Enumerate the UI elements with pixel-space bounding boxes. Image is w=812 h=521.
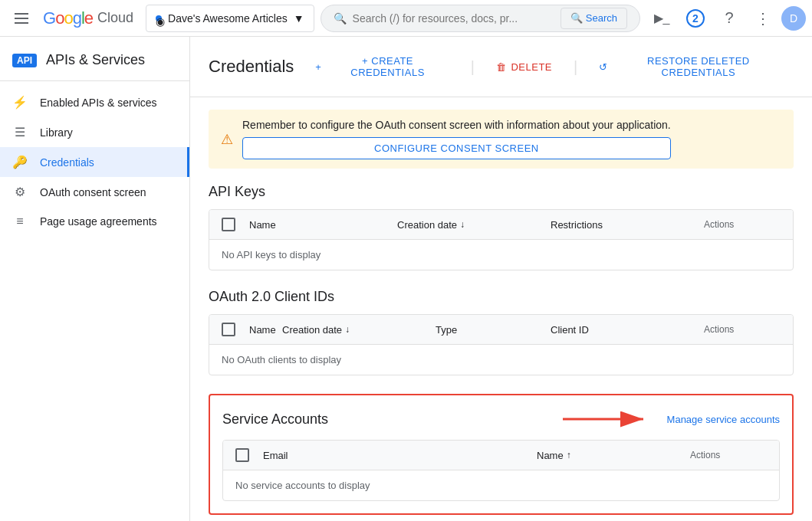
search-icon: 🔍 <box>334 12 347 25</box>
sidebar-item-label: Page usage agreements <box>40 215 157 228</box>
alert-inner: Remember to configure the OAuth consent … <box>242 119 671 159</box>
alert-text: Remember to configure the OAuth consent … <box>242 119 671 131</box>
oauth-sort-icon: ↓ <box>345 324 350 335</box>
google-cloud-logo[interactable]: Google Cloud <box>43 8 133 28</box>
create-credentials-label: + CREATE CREDENTIALS <box>326 55 449 78</box>
main-content: Credentials + + CREATE CREDENTIALS | 🗑 D… <box>190 37 812 521</box>
delete-button[interactable]: 🗑 DELETE <box>487 55 561 79</box>
service-actions-label: Actions <box>690 450 720 460</box>
page-title: Credentials <box>209 57 294 77</box>
oauth-date-header[interactable]: Creation date ↓ <box>282 323 436 336</box>
api-keys-name-header[interactable]: Name <box>249 218 397 231</box>
service-name-label: Name <box>537 450 564 461</box>
search-button-label: Search <box>586 12 617 24</box>
sidebar-title: APIs & Services <box>46 52 145 68</box>
email-label: Email <box>263 450 288 461</box>
manage-service-accounts-link[interactable]: Manage service accounts <box>667 414 780 425</box>
api-keys-actions-header: Actions <box>704 218 781 231</box>
oauth-date-label: Creation date <box>282 324 342 336</box>
help-icon: ? <box>725 9 733 27</box>
more-options-icon: ⋮ <box>755 9 771 28</box>
service-accounts-table-header: Email Name ↑ Actions <box>223 441 779 470</box>
sidebar-item-label: OAuth consent screen <box>40 186 146 198</box>
terminal-icon: ▶_ <box>654 11 670 25</box>
alert-banner: ⚠ Remember to configure the OAuth consen… <box>209 110 794 169</box>
type-label: Type <box>436 324 457 336</box>
date-label: Creation date <box>397 219 457 231</box>
search-button[interactable]: 🔍 Search <box>561 8 627 29</box>
oauth-icon: ⚙ <box>12 185 28 199</box>
delete-label: DELETE <box>511 61 552 73</box>
restore-label: RESTORE DELETED CREDENTIALS <box>613 55 784 78</box>
terminal-button[interactable]: ▶_ <box>646 3 677 34</box>
oauth-section-title: OAuth 2.0 Client IDs <box>209 289 794 305</box>
sidebar-item-enabled[interactable]: ⚡ Enabled APIs & services <box>0 87 189 117</box>
oauth-table: Name Creation date ↓ Type Client ID Acti… <box>209 314 794 375</box>
page-header: Credentials + + CREATE CREDENTIALS | 🗑 D… <box>190 37 812 97</box>
project-dropdown-icon: ▼ <box>294 12 304 25</box>
oauth-no-data: No OAuth clients to display <box>209 345 793 375</box>
restrictions-label: Restrictions <box>551 219 603 231</box>
sidebar-item-library[interactable]: ☰ Library <box>0 117 189 147</box>
oauth-header: Name Creation date ↓ Type Client ID Acti… <box>209 315 793 345</box>
oauth-actions-header: Actions <box>704 323 781 336</box>
oauth-actions-label: Actions <box>704 324 734 335</box>
divider: | <box>471 58 475 76</box>
actions-label: Actions <box>704 219 734 230</box>
service-name-header[interactable]: Name ↑ <box>537 448 690 462</box>
credentials-icon: 🔑 <box>12 155 28 169</box>
red-arrow <box>563 408 655 431</box>
api-badge: API <box>12 54 37 67</box>
project-selector[interactable]: ◉ Dave's Awesome Articles ▼ <box>146 5 314 32</box>
api-keys-table: Name Creation date ↓ Restrictions Action… <box>209 209 794 270</box>
project-name: Dave's Awesome Articles <box>168 12 288 25</box>
service-accounts-title: Service Accounts <box>222 411 328 428</box>
api-keys-date-header[interactable]: Creation date ↓ <box>397 218 551 231</box>
delete-icon: 🗑 <box>496 61 507 73</box>
project-dot-icon: ◉ <box>156 15 162 21</box>
oauth-name-label: Name <box>249 324 276 336</box>
content-area: ⚠ Remember to configure the OAuth consen… <box>190 97 812 521</box>
search-button-icon: 🔍 <box>570 12 583 24</box>
name-label: Name <box>249 219 276 231</box>
oauth-type-header[interactable]: Type <box>436 323 551 336</box>
configure-consent-label: CONFIGURE CONSENT SCREEN <box>374 143 539 154</box>
sidebar-item-label: Enabled APIs & services <box>40 97 157 109</box>
oauth-select-all-checkbox[interactable] <box>222 323 235 336</box>
help-button[interactable]: ? <box>714 3 745 34</box>
client-id-label: Client ID <box>551 324 589 336</box>
menu-button[interactable] <box>6 3 37 34</box>
user-avatar[interactable]: D <box>781 6 806 31</box>
oauth-name-header[interactable]: Name <box>249 323 282 336</box>
search-bar: 🔍 🔍 Search <box>321 5 640 32</box>
service-email-header[interactable]: Email <box>263 448 537 462</box>
api-keys-header: Name Creation date ↓ Restrictions Action… <box>209 210 793 240</box>
search-input[interactable] <box>353 12 554 25</box>
top-nav: Google Cloud ◉ Dave's Awesome Articles ▼… <box>0 0 812 37</box>
service-accounts-table: Email Name ↑ Actions No service accounts… <box>222 440 780 501</box>
enabled-apis-icon: ⚡ <box>12 95 28 110</box>
api-keys-restrictions-header[interactable]: Restrictions <box>551 218 704 231</box>
sidebar-item-label: Credentials <box>40 156 94 169</box>
configure-consent-button[interactable]: CONFIGURE CONSENT SCREEN <box>242 137 671 159</box>
cloud-logo-text: Cloud <box>97 10 133 26</box>
sidebar-item-oauth[interactable]: ⚙ OAuth consent screen <box>0 177 189 207</box>
notifications-button[interactable]: 2 <box>680 3 711 34</box>
alert-icon: ⚠ <box>221 131 233 148</box>
restore-button[interactable]: ↺ RESTORE DELETED CREDENTIALS <box>590 49 794 84</box>
sidebar-item-credentials[interactable]: 🔑 Credentials <box>0 147 189 177</box>
oauth-clientid-header[interactable]: Client ID <box>551 323 704 336</box>
sort-up-icon: ↑ <box>567 450 571 460</box>
service-select-all-checkbox[interactable] <box>235 448 249 462</box>
sidebar-item-page-usage[interactable]: ≡ Page usage agreements <box>0 207 189 236</box>
select-all-checkbox[interactable] <box>222 218 235 231</box>
google-logo-letters: Google <box>43 8 93 28</box>
app-body: API APIs & Services ⚡ Enabled APIs & ser… <box>0 37 812 521</box>
restore-icon: ↺ <box>599 61 608 73</box>
more-options-button[interactable]: ⋮ <box>748 3 778 34</box>
sidebar-header: API APIs & Services <box>0 43 189 81</box>
create-credentials-button[interactable]: + + CREATE CREDENTIALS <box>306 49 458 84</box>
api-keys-no-data: No API keys to display <box>209 240 793 270</box>
sidebar: API APIs & Services ⚡ Enabled APIs & ser… <box>0 37 190 521</box>
manage-link-area: Manage service accounts <box>563 408 780 431</box>
